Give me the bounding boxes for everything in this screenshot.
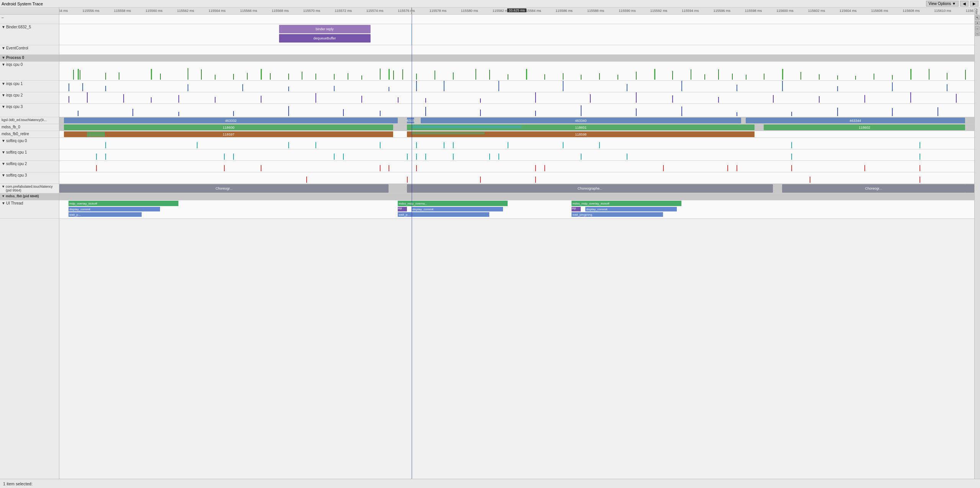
softirq-tick (627, 154, 627, 160)
event-control-label[interactable]: ▼ EventControl (0, 45, 59, 55)
irq-tick (69, 96, 69, 103)
softirq-cpu1-label[interactable]: ▼ softirq cpu 1 (0, 149, 59, 161)
binder-label[interactable]: ▼ Binder:6832_5 (0, 24, 59, 45)
irqs-cpu2-track[interactable] (59, 92, 974, 104)
irq-tick (581, 75, 581, 80)
irq-tick (69, 84, 69, 91)
softirq-tick (288, 142, 289, 148)
softirq-tick (224, 154, 225, 160)
irq-tick (718, 69, 719, 80)
binder-reply-span[interactable]: binder reply (279, 25, 371, 33)
softirq-tick (425, 154, 426, 160)
softirq-cpu0-label[interactable]: ▼ softirq cpu 0 (0, 138, 59, 149)
ui-mdp-overlay-1[interactable]: mdp_overlay_kickoff (69, 201, 178, 206)
process0-label[interactable]: ▼ Process 0 (0, 55, 59, 62)
irqs-cpu0-track[interactable] (59, 62, 974, 81)
binder-track[interactable]: binder reply dequeueBuffer (59, 24, 974, 45)
dequeue-buffer-span[interactable]: dequeueBuffer (279, 34, 371, 43)
ui-mdss-mdp-2[interactable]: mdss_mdp_overna... (398, 201, 508, 206)
irqs-cpu2-label[interactable]: ▼ irqs cpu 2 (0, 92, 59, 104)
irq-tick (132, 109, 133, 116)
tick-label: 115554 ms (59, 9, 68, 13)
irq-tick (334, 74, 335, 80)
softirq-cpu3-label[interactable]: ▼ softirq cpu 3 (0, 172, 59, 184)
event-control-track[interactable] (59, 45, 974, 55)
ui-thread-track[interactable]: mdp_overlay_kickoff display_commit wait_… (59, 200, 974, 219)
irqs-cpu1-track[interactable] (59, 81, 974, 92)
softirq-tick (453, 142, 454, 148)
irq-tick (874, 74, 874, 80)
softirq-cpu2-track[interactable] (59, 161, 974, 172)
irq-tick (837, 108, 838, 116)
com-pref-track[interactable]: Choreogr... Choreographe... Choreogr... (59, 184, 974, 193)
nav-back-button[interactable]: ◀ (960, 1, 969, 7)
zoom-in-button[interactable]: + (975, 21, 980, 25)
softirq-tick (508, 142, 508, 148)
ui-wait-pingpong[interactable]: wait_pingpong (572, 212, 663, 217)
kgsl-span-463344[interactable]: 463344 (746, 118, 965, 123)
retire-span-118597[interactable]: 118597 (64, 131, 393, 137)
zoom-fit-button[interactable]: ↔ (975, 31, 980, 36)
ui-wait-1[interactable]: wait_p... (69, 212, 142, 217)
ui-ssp-2[interactable]: ssp (572, 207, 581, 211)
softirq-tick (791, 165, 792, 171)
ui-thread-label[interactable]: ▼ UI Thread (0, 200, 59, 219)
choreographer-span-2[interactable]: Choreographe... (407, 184, 773, 193)
mdss-fb0-pid-label[interactable]: ▼ mdss_fb0 (pid 6848) (0, 193, 59, 200)
process0-track (59, 55, 974, 62)
irq-tick (837, 86, 838, 91)
irq-tick (737, 112, 737, 116)
softirq-tick (453, 154, 454, 160)
softirq-tick (233, 154, 234, 160)
softirq-cpu3-track[interactable] (59, 172, 974, 184)
irq-tick (242, 84, 243, 91)
softirq-cpu2-label[interactable]: ▼ softirq cpu 2 (0, 161, 59, 172)
kgsl-span-463340[interactable]: 463340 (421, 118, 741, 123)
kgsl-track[interactable]: 463332 463338 463340 463344 (59, 117, 974, 124)
irq-tick (475, 69, 476, 80)
zoom-out-button[interactable]: – (975, 26, 980, 31)
softirq-tick (480, 177, 481, 183)
mdss-retire-track[interactable]: 118597 118598 (59, 131, 974, 138)
misc-track[interactable] (59, 15, 974, 24)
softirq-cpu1-track[interactable] (59, 149, 974, 161)
mdss-span-118600[interactable]: 118600 (64, 124, 393, 130)
irq-tick (956, 94, 957, 103)
tick-label: 115556 ms (82, 9, 100, 13)
choreographer-span-1[interactable]: Choreogr... (59, 184, 389, 193)
view-options-button[interactable]: View Options ▼ (926, 1, 959, 7)
ui-wait-2[interactable]: wait_p... (398, 212, 489, 217)
cursor-mode-button[interactable]: ↖ (975, 15, 980, 20)
irq-tick (636, 108, 637, 116)
mdss-fb0-label[interactable]: mdss_fb_0 (0, 124, 59, 131)
ui-display-commit-1[interactable]: display_commit (69, 207, 160, 211)
irqs-cpu3-track[interactable] (59, 104, 974, 117)
ui-ssp-1[interactable]: ssp (398, 207, 407, 211)
irq-tick (82, 83, 83, 91)
mdss-span-118602[interactable]: 118602 (764, 124, 965, 130)
ui-display-commit-2[interactable]: display_commit (412, 207, 503, 211)
ui-display-commit-3[interactable]: display_commit (585, 207, 677, 211)
softirq-tick (416, 142, 417, 148)
irqs-cpu3-label[interactable]: ▼ irqs cpu 3 (0, 104, 59, 117)
irq-tick (434, 70, 435, 80)
irq-tick (563, 73, 564, 80)
nav-forward-button[interactable]: ▶ (970, 1, 978, 7)
mdss-retire-label[interactable]: mdss_fb0_retire (0, 131, 59, 138)
tick-label: 115580 ms (461, 9, 478, 13)
softirq-cpu0-track[interactable] (59, 138, 974, 149)
irq-tick (348, 73, 348, 80)
softirq-tick (498, 154, 499, 160)
irqs-cpu1-label[interactable]: ▼ irqs cpu 1 (0, 81, 59, 92)
timeline-ruler[interactable]: 33.625 ms 115554 ms115556 ms115558 ms115… (59, 8, 974, 14)
mdss-fb0-track[interactable]: 118600 118601 118602 (59, 124, 974, 131)
kgsl-label[interactable]: kgsl-3d0_ed.touchlatency(9... (0, 117, 59, 124)
irq-tick (188, 84, 188, 91)
irqs-cpu0-label[interactable]: ▼ irqs cpu 0 (0, 62, 59, 81)
kgsl-span-463332[interactable]: 463332 (64, 118, 398, 123)
retire-green-2 (412, 132, 485, 134)
choreographer-span-3[interactable]: Choreogr... (782, 184, 965, 193)
kgsl-span-463338[interactable]: 463338 (407, 118, 414, 123)
ui-mdp-overlay-3[interactable]: mdss_mdp_overlay_kickoff (572, 201, 681, 206)
com-pref-label[interactable]: ▼ com.prefabulated.touchlatency (pid 956… (0, 184, 59, 193)
